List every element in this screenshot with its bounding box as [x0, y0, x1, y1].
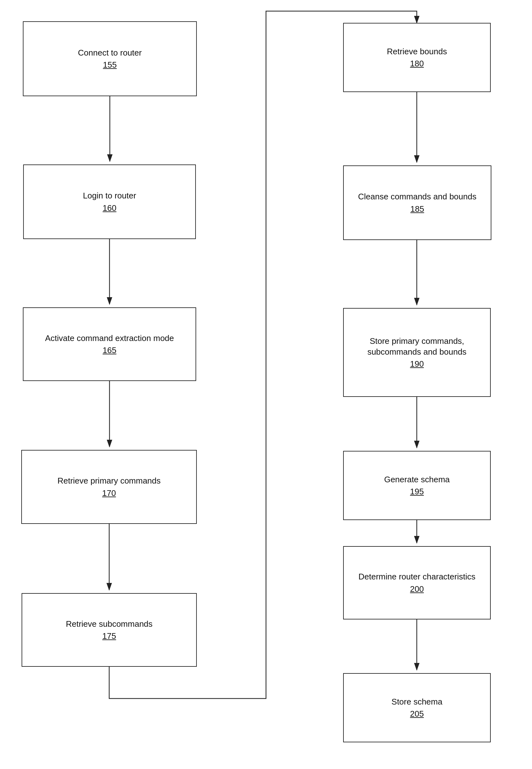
determine-title: Determine router characteristics — [358, 572, 475, 582]
retrieve-bounds-title: Retrieve bounds — [387, 46, 447, 57]
box-connect: Connect to router 155 — [23, 21, 197, 96]
retrieve-bounds-num: 180 — [410, 59, 424, 69]
box-login: Login to router 160 — [23, 164, 196, 239]
cleanse-title: Cleanse commands and bounds — [358, 191, 476, 202]
generate-num: 195 — [410, 487, 424, 497]
store-primary-num: 190 — [410, 359, 424, 369]
box-activate: Activate command extraction mode 165 — [23, 307, 196, 381]
activate-num: 165 — [103, 345, 116, 355]
box-store-schema: Store schema 205 — [343, 673, 491, 742]
box-cleanse: Cleanse commands and bounds 185 — [343, 165, 491, 240]
determine-num: 200 — [410, 584, 424, 594]
retrieve-sub-title: Retrieve subcommands — [66, 619, 152, 630]
connect-num: 155 — [103, 60, 116, 70]
store-primary-title: Store primary commands, subcommands and … — [350, 336, 484, 358]
cleanse-num: 185 — [410, 204, 424, 214]
box-generate: Generate schema 195 — [343, 451, 491, 520]
flowchart-diagram: Connect to router 155 Login to router 16… — [0, 0, 532, 769]
login-num: 160 — [103, 203, 116, 213]
box-determine: Determine router characteristics 200 — [343, 546, 491, 619]
retrieve-primary-title: Retrieve primary commands — [57, 476, 161, 486]
retrieve-sub-num: 175 — [102, 631, 116, 641]
retrieve-primary-num: 170 — [102, 488, 116, 498]
box-retrieve-bounds: Retrieve bounds 180 — [343, 23, 491, 92]
box-retrieve-primary: Retrieve primary commands 170 — [21, 450, 197, 524]
box-retrieve-sub: Retrieve subcommands 175 — [22, 593, 197, 667]
box-store-primary: Store primary commands, subcommands and … — [343, 308, 491, 397]
generate-title: Generate schema — [384, 474, 450, 485]
login-title: Login to router — [83, 191, 136, 201]
connect-title: Connect to router — [78, 48, 142, 58]
activate-title: Activate command extraction mode — [45, 333, 174, 344]
store-schema-title: Store schema — [391, 697, 442, 707]
store-schema-num: 205 — [410, 709, 424, 719]
